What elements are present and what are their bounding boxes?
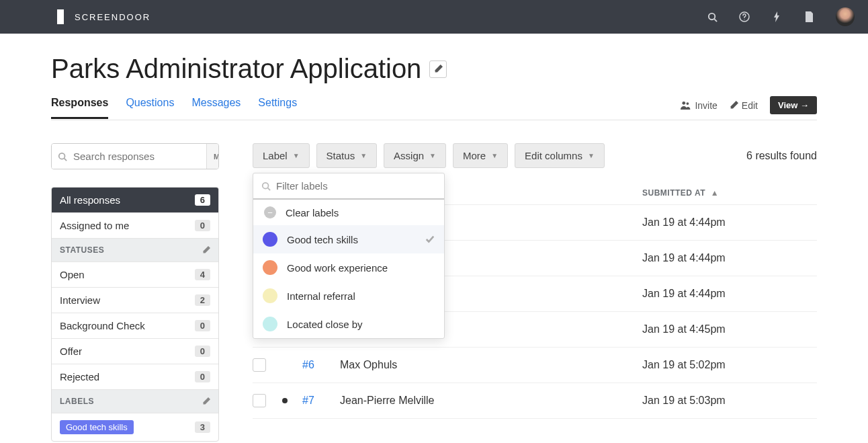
chevron-down-icon: ▼ — [588, 152, 595, 159]
invite-button[interactable]: Invite — [681, 100, 717, 111]
count-badge: 0 — [195, 371, 210, 382]
color-swatch — [263, 232, 277, 247]
color-swatch — [263, 260, 277, 275]
pencil-icon — [730, 101, 738, 110]
svg-point-0 — [708, 13, 714, 19]
submitted-at: Jan 19 at 5:03pm — [642, 395, 817, 407]
label-dropdown-button[interactable]: Label ▼ — [253, 143, 310, 168]
count-badge: 0 — [195, 320, 210, 331]
chevron-down-icon: ▼ — [491, 152, 498, 159]
main: Label ▼ Status ▼ Assign ▼ More ▼ — [253, 143, 817, 442]
results-found: 6 results found — [746, 150, 817, 162]
tab-questions[interactable]: Questions — [126, 97, 174, 119]
label-option-good-work-experience[interactable]: Good work experience — [253, 253, 444, 282]
svg-point-6 — [59, 153, 65, 159]
sidebar-item-open[interactable]: Open 4 — [52, 262, 218, 288]
search-icon — [261, 182, 271, 191]
view-button[interactable]: View → — [770, 96, 817, 114]
brand-logo-icon — [57, 9, 68, 24]
count-badge: 2 — [195, 294, 210, 306]
help-icon[interactable] — [739, 11, 750, 22]
pencil-icon — [202, 246, 210, 254]
response-id-link[interactable]: #7 — [302, 395, 314, 406]
sidebar-item-label: Background Check — [60, 320, 145, 331]
assign-dropdown-button[interactable]: Assign ▼ — [384, 143, 446, 168]
more-dropdown-button[interactable]: More ▼ — [453, 143, 508, 168]
search-box: MORE... — [51, 143, 219, 169]
response-id-link[interactable]: #6 — [302, 359, 314, 370]
submitted-at: Jan 19 at 4:44pm — [642, 252, 817, 264]
label-option-good-tech-skills[interactable]: Good tech skills — [253, 225, 444, 253]
color-swatch — [263, 288, 277, 303]
edit-button[interactable]: Edit — [730, 100, 758, 111]
button-label: Assign — [394, 150, 424, 161]
sidebar-item-all-responses[interactable]: All responses 6 — [52, 188, 218, 213]
avatar[interactable] — [836, 7, 855, 26]
search-input[interactable] — [52, 144, 206, 169]
sidebar-item-label: Offer — [60, 346, 82, 357]
submitted-at: Jan 19 at 4:44pm — [642, 216, 817, 229]
option-label: Good tech skills — [287, 234, 358, 245]
tab-settings[interactable]: Settings — [258, 97, 297, 119]
status-dropdown-button[interactable]: Status ▼ — [316, 143, 377, 168]
svg-point-8 — [263, 182, 269, 188]
tab-messages[interactable]: Messages — [191, 97, 241, 119]
submitted-at: Jan 19 at 5:02pm — [642, 359, 817, 371]
lightning-icon[interactable] — [771, 11, 782, 22]
option-label: Clear labels — [286, 207, 339, 218]
search-more-button[interactable]: MORE... — [206, 144, 219, 169]
clear-labels-option[interactable]: − Clear labels — [253, 200, 444, 225]
edit-statuses-button[interactable] — [202, 246, 210, 254]
tabs: Responses Questions Messages Settings — [51, 97, 297, 119]
button-label: Status — [327, 150, 355, 161]
edit-label: Edit — [742, 100, 758, 111]
document-icon[interactable] — [804, 11, 814, 22]
edit-columns-dropdown-button[interactable]: Edit columns ▼ — [515, 143, 605, 168]
button-label: Label — [263, 150, 288, 161]
people-icon — [681, 101, 691, 110]
label-option-located-close-by[interactable]: Located close by — [253, 310, 444, 338]
edit-labels-button[interactable] — [202, 397, 210, 405]
svg-line-7 — [64, 158, 67, 161]
sidebar-item-label-good-tech[interactable]: Good tech skills 3 — [52, 413, 218, 441]
invite-label: Invite — [695, 100, 717, 111]
count-badge: 6 — [195, 194, 210, 206]
option-label: Good work experience — [287, 262, 388, 274]
table-row[interactable]: #6Max OphulsJan 19 at 5:02pm — [253, 348, 817, 383]
chevron-down-icon: ▼ — [293, 152, 300, 159]
filter-labels-input[interactable] — [260, 180, 437, 192]
search-icon[interactable] — [707, 11, 718, 22]
color-swatch — [263, 317, 277, 331]
column-label: SUBMITTED AT — [642, 188, 705, 198]
sidebar-item-rejected[interactable]: Rejected 0 — [52, 364, 218, 390]
count-badge: 4 — [195, 269, 210, 280]
row-checkbox[interactable] — [253, 358, 266, 372]
brand[interactable]: SCREENDOOR — [57, 9, 150, 24]
brand-name: SCREENDOOR — [75, 12, 150, 22]
pencil-icon — [202, 397, 210, 405]
top-nav: SCREENDOOR — [0, 0, 868, 34]
option-label: Internal referral — [287, 290, 355, 302]
edit-title-button[interactable] — [429, 61, 447, 78]
label-option-internal-referral[interactable]: Internal referral — [253, 282, 444, 310]
sidebar-item-assigned-to-me[interactable]: Assigned to me 0 — [52, 213, 218, 239]
option-label: Located close by — [287, 319, 363, 330]
svg-point-4 — [683, 102, 686, 105]
svg-line-1 — [714, 19, 717, 22]
chevron-down-icon: ▼ — [360, 152, 367, 159]
count-badge: 0 — [195, 346, 210, 357]
column-submitted-at[interactable]: SUBMITTED AT ▲ — [642, 188, 817, 198]
row-checkbox[interactable] — [253, 394, 266, 407]
pencil-icon — [434, 65, 443, 73]
filter-list: All responses 6 Assigned to me 0 STATUSE… — [51, 187, 219, 442]
sidebar-item-interview[interactable]: Interview 2 — [52, 288, 218, 313]
button-label: Edit columns — [525, 150, 582, 161]
tab-responses[interactable]: Responses — [51, 97, 108, 119]
sidebar-item-offer[interactable]: Offer 0 — [52, 339, 218, 364]
table-row[interactable]: #7Jean-Pierre MelvilleJan 19 at 5:03pm — [253, 383, 817, 419]
toolbar: Label ▼ Status ▼ Assign ▼ More ▼ — [253, 143, 605, 168]
sidebar-section-labels: LABELS — [52, 390, 218, 413]
sidebar: MORE... All responses 6 Assigned to me 0… — [51, 143, 219, 442]
svg-point-5 — [687, 102, 689, 105]
sidebar-item-background-check[interactable]: Background Check 0 — [52, 313, 218, 339]
